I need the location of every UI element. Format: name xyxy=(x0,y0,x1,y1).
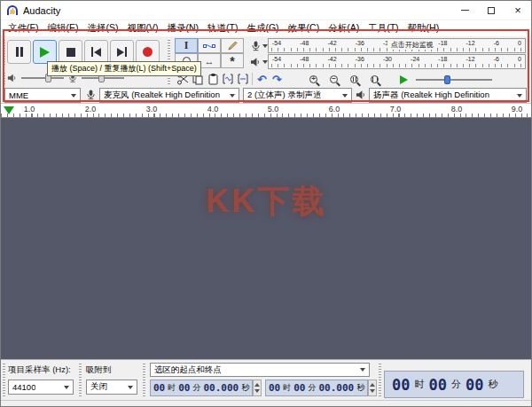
time-spinner[interactable] xyxy=(253,380,262,396)
menu-item-effect[interactable]: 效果(C) xyxy=(284,22,325,35)
draw-tool-button[interactable] xyxy=(221,38,244,53)
timeshift-tool-button[interactable]: ↔ xyxy=(198,53,221,68)
menu-item-generate[interactable]: 生成(G) xyxy=(242,22,283,35)
record-meter-icon-block[interactable] xyxy=(250,40,268,52)
output-device-icon xyxy=(356,89,367,101)
meter-scale-label: 0 xyxy=(518,56,521,68)
minimize-button[interactable] xyxy=(451,1,478,20)
paste-button[interactable] xyxy=(205,72,220,86)
output-device-select[interactable]: 扬声器 (Realtek High Definition xyxy=(369,88,527,103)
skip-end-icon xyxy=(117,47,128,57)
meter-scale-label: -54 xyxy=(272,56,281,68)
pause-button[interactable] xyxy=(7,40,31,64)
toolbar-grip[interactable] xyxy=(3,364,5,397)
track-area: KK下载 xyxy=(1,118,531,359)
audio-position-display[interactable]: 00时 00分 00秒 xyxy=(384,371,524,398)
menu-item-analyze[interactable]: 分析(A) xyxy=(324,22,364,35)
play-at-speed-toolbar xyxy=(396,73,492,87)
record-button[interactable] xyxy=(136,40,160,64)
chevron-down-icon xyxy=(342,94,348,98)
playback-meter-icon-block[interactable] xyxy=(250,56,268,68)
time-spinner[interactable] xyxy=(368,380,377,396)
meter-scale-label: -12 xyxy=(466,40,475,52)
menu-item-select[interactable]: 选择(S) xyxy=(82,22,122,35)
playhead-pin-icon[interactable] xyxy=(4,106,14,114)
input-device-icon xyxy=(85,89,97,101)
input-device-select[interactable]: 麦克风 (Realtek High Definition xyxy=(99,88,239,103)
toolbar-grip[interactable] xyxy=(143,364,145,397)
meter-scale-label: -6 xyxy=(494,56,499,68)
zoom-selection-icon xyxy=(350,75,358,83)
slider-thumb[interactable] xyxy=(444,75,450,84)
spin-down-icon xyxy=(370,389,375,393)
speaker-icon xyxy=(250,56,262,68)
play-button[interactable] xyxy=(33,40,57,64)
menu-item-tracks[interactable]: 轨道(T) xyxy=(203,22,242,35)
envelope-tool-button[interactable] xyxy=(198,38,221,53)
timeline-label: 2.0 xyxy=(85,105,97,113)
timeline-label: 3.0 xyxy=(146,105,158,113)
paste-icon xyxy=(207,73,219,85)
close-button[interactable]: × xyxy=(505,1,531,20)
window-controls: × xyxy=(451,1,531,20)
multi-tool-button[interactable]: * xyxy=(221,53,244,68)
meter-scale-label: -24 xyxy=(411,56,419,68)
skip-end-button[interactable] xyxy=(110,40,134,64)
status-bar xyxy=(1,400,531,406)
zoom-selection-button[interactable] xyxy=(347,72,362,86)
toolbar-grip[interactable] xyxy=(379,364,381,397)
close-icon: × xyxy=(514,4,521,16)
timeline-label: 7.0 xyxy=(390,105,402,113)
host-select[interactable]: MME xyxy=(4,88,81,103)
timeline-ruler[interactable]: 1.0 2.0 3.0 4.0 5.0 6.0 7.0 8.0 9.0 xyxy=(1,104,531,118)
menu-item-view[interactable]: 视图(V) xyxy=(122,22,162,35)
toolbar-grip[interactable] xyxy=(3,40,5,66)
play-speed-slider[interactable] xyxy=(416,74,492,85)
undo-button[interactable]: ↶ xyxy=(254,72,270,86)
selection-range-select[interactable]: 选区的起点和终点 xyxy=(150,363,370,377)
zoom-fit-button[interactable] xyxy=(367,72,382,86)
meter-scale-label: 0 xyxy=(518,40,521,52)
record-meter[interactable]: -54 -48 -42 -36 -30 -24 -18 -12 -6 0 点击开… xyxy=(268,38,526,53)
timeline-label: 5.0 xyxy=(268,105,279,113)
multitool-icon: * xyxy=(230,54,234,68)
envelope-icon xyxy=(203,41,215,51)
transport-toolbar xyxy=(7,40,160,64)
channels-select[interactable]: 2 (立体声) 录制声道 xyxy=(243,88,352,103)
trim-button[interactable] xyxy=(220,72,235,86)
menu-item-help[interactable]: 帮助(H) xyxy=(403,22,444,35)
titlebar: Audacity × xyxy=(1,1,531,20)
toolbar-grip[interactable] xyxy=(3,73,5,85)
menu-item-edit[interactable]: 编辑(E) xyxy=(43,22,82,35)
selection-start-field[interactable]: 00时 00分 00.000秒 xyxy=(150,380,253,396)
silence-button[interactable] xyxy=(235,72,250,86)
stop-button[interactable] xyxy=(59,40,82,64)
redo-button[interactable]: ↷ xyxy=(270,72,285,86)
rate-label: 项目采样率 (Hz): xyxy=(8,364,71,376)
window-title: Audacity xyxy=(23,5,60,16)
menu-item-tools[interactable]: 工具(T) xyxy=(364,22,403,35)
toolbar-grip[interactable] xyxy=(79,364,82,397)
maximize-button[interactable] xyxy=(478,1,505,20)
microphone-icon xyxy=(85,89,97,101)
selection-tool-button[interactable]: I xyxy=(175,38,198,53)
rate-select[interactable]: 44100 xyxy=(8,380,74,395)
play-at-speed-button[interactable] xyxy=(396,73,411,87)
timeshift-icon: ↔ xyxy=(205,56,215,67)
selection-end-field[interactable]: 00时 00分 00.000秒 xyxy=(265,380,368,396)
chevron-down-icon xyxy=(230,94,235,98)
audacity-logo-icon xyxy=(6,4,19,17)
chevron-down-icon xyxy=(360,368,365,372)
playback-meter[interactable]: -54 -48 -42 -36 -30 -24 -18 -12 -6 0 xyxy=(268,54,526,69)
meter-scale-label: -42 xyxy=(327,56,336,68)
watermark: KK下载 xyxy=(206,180,326,223)
snap-select[interactable]: 关闭 xyxy=(86,380,137,395)
meter-scale-label: -12 xyxy=(466,56,475,68)
skip-start-button[interactable] xyxy=(84,40,108,64)
menu-item-file[interactable]: 文件(F) xyxy=(4,22,43,35)
menu-item-transport[interactable]: 播录(N) xyxy=(162,22,203,35)
skip-start-icon xyxy=(91,47,102,57)
zoom-in-button[interactable]: + xyxy=(306,72,321,86)
monitor-hint[interactable]: 点击开始监视 xyxy=(387,40,437,50)
zoom-out-button[interactable]: − xyxy=(326,72,341,86)
